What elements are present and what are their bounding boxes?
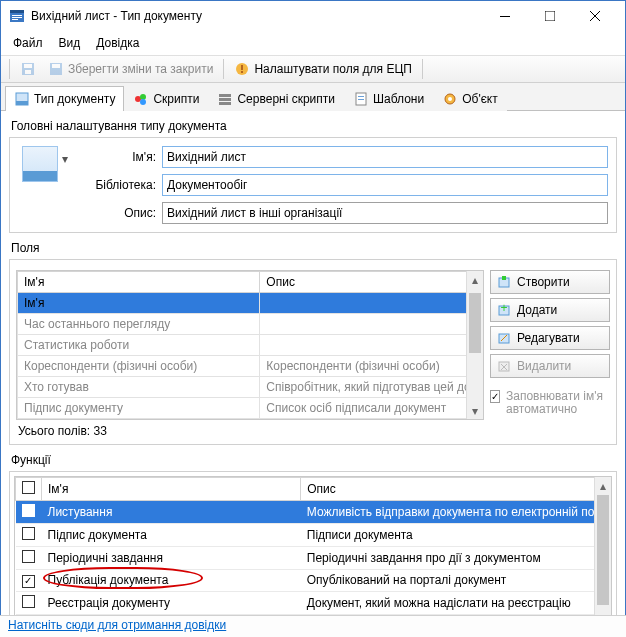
svg-rect-23 [219, 98, 231, 101]
name-label: Ім'я: [74, 150, 156, 164]
edit-button[interactable]: Редагувати [490, 326, 610, 350]
svg-point-21 [140, 99, 146, 105]
tab-object[interactable]: Об'єкт [433, 86, 507, 111]
table-row[interactable]: Хто готувавСпівробітник, який підготував… [18, 377, 483, 398]
name-input[interactable] [162, 146, 608, 168]
config-sign-button[interactable]: Налаштувати поля для ЕЦП [230, 59, 416, 79]
create-button[interactable]: Створити [490, 270, 610, 294]
svg-rect-11 [25, 70, 31, 74]
save-close-label: Зберегти зміни та закрити [68, 62, 213, 76]
menubar: Файл Вид Довідка [1, 31, 625, 55]
delete-button: Видалити [490, 354, 610, 378]
lib-input[interactable] [162, 174, 608, 196]
functions-scrollbar[interactable]: ▴ ▾ [594, 477, 611, 637]
functions-table[interactable]: Ім'я Опис ЛистуванняМожливість відправки… [14, 476, 612, 637]
functions-header-desc[interactable]: Опис [301, 478, 611, 501]
minimize-button[interactable] [482, 2, 527, 30]
maximize-button[interactable] [527, 2, 572, 30]
svg-rect-24 [219, 102, 231, 105]
table-row[interactable]: Публікація документаОпублікований на пор… [16, 570, 611, 592]
main-settings-label: Головні налаштування типу документа [11, 119, 617, 133]
table-row[interactable]: Періодичні завданняПеріодичні завдання п… [16, 547, 611, 570]
svg-rect-1 [10, 10, 24, 13]
svg-rect-22 [219, 94, 231, 97]
svg-rect-16 [241, 71, 243, 73]
toolbar: Зберегти зміни та закрити Налаштувати по… [1, 55, 625, 83]
desc-input[interactable] [162, 202, 608, 224]
svg-rect-5 [500, 16, 510, 17]
doc-type-icon [22, 146, 58, 182]
svg-rect-6 [545, 11, 555, 21]
dropdown-icon[interactable]: ▾ [62, 152, 68, 166]
fields-total: Усього полів: 33 [18, 424, 608, 438]
svg-rect-2 [12, 15, 22, 16]
scroll-down-icon[interactable]: ▾ [467, 402, 483, 419]
table-row[interactable]: ЛистуванняМожливість відправки документа… [16, 501, 611, 524]
fields-header-desc[interactable]: Опис [260, 272, 483, 293]
table-row[interactable]: Статистика роботи [18, 335, 483, 356]
svg-text:+: + [500, 303, 507, 315]
main-settings-group: ▾ Ім'я: Бібліотека: Опис: [9, 137, 617, 233]
window-title: Вихідний лист - Тип документу [31, 9, 482, 23]
menu-view[interactable]: Вид [59, 36, 81, 50]
tabs: Тип документу Скрипти Серверні скрипти Ш… [1, 83, 625, 111]
add-button[interactable]: +Додати [490, 298, 610, 322]
svg-rect-3 [12, 17, 22, 18]
statusbar: Натисніть сюди для отримання довідки [0, 615, 626, 637]
table-row[interactable]: Реєстрація документуДокумент, який можна… [16, 591, 611, 614]
svg-rect-13 [52, 64, 60, 68]
fields-scrollbar[interactable]: ▴ ▾ [466, 271, 483, 419]
functions-label: Функції [11, 453, 617, 467]
table-row[interactable]: Ім'я [18, 293, 483, 314]
titlebar: Вихідний лист - Тип документу [1, 1, 625, 31]
close-button[interactable] [572, 2, 617, 30]
save-close-button: Зберегти зміни та закрити [44, 59, 217, 79]
table-row[interactable]: Підпис документуСписок осіб підписали до… [18, 398, 483, 419]
svg-rect-26 [358, 96, 364, 97]
fields-header-name[interactable]: Ім'я [18, 272, 260, 293]
svg-rect-31 [502, 276, 506, 280]
svg-rect-27 [358, 99, 364, 100]
table-row[interactable]: Підпис документаПідписи документа [16, 524, 611, 547]
fields-label: Поля [11, 241, 617, 255]
menu-help[interactable]: Довідка [96, 36, 139, 50]
tab-server-scripts[interactable]: Серверні скрипти [208, 86, 344, 111]
svg-rect-4 [12, 19, 18, 20]
table-row[interactable]: Кореспонденти (фізичні особи)Кореспонден… [18, 356, 483, 377]
functions-header-name[interactable]: Ім'я [42, 478, 301, 501]
menu-file[interactable]: Файл [13, 36, 43, 50]
svg-point-29 [448, 97, 452, 101]
config-sign-label: Налаштувати поля для ЕЦП [254, 62, 412, 76]
desc-label: Опис: [74, 206, 156, 220]
app-icon [9, 8, 25, 24]
tab-scripts[interactable]: Скрипти [124, 86, 208, 111]
svg-rect-10 [24, 64, 32, 68]
table-row[interactable]: Час останнього перегляду [18, 314, 483, 335]
svg-rect-15 [241, 65, 243, 70]
tab-doc-type[interactable]: Тип документу [5, 86, 124, 111]
svg-rect-18 [16, 101, 28, 105]
scroll-up-icon[interactable]: ▴ [467, 271, 483, 288]
fields-table[interactable]: Ім'я Опис Ім'я Час останнього перегляду … [16, 270, 484, 420]
scroll-up-icon[interactable]: ▴ [595, 477, 611, 494]
functions-header-check[interactable] [16, 478, 42, 501]
tab-templates[interactable]: Шаблони [344, 86, 433, 111]
save-icon [16, 59, 40, 79]
auto-fill-checkbox[interactable]: Заповнювати ім'я автоматично [490, 390, 610, 416]
help-link[interactable]: Натисніть сюди для отримання довідки [8, 618, 226, 632]
lib-label: Бібліотека: [74, 178, 156, 192]
